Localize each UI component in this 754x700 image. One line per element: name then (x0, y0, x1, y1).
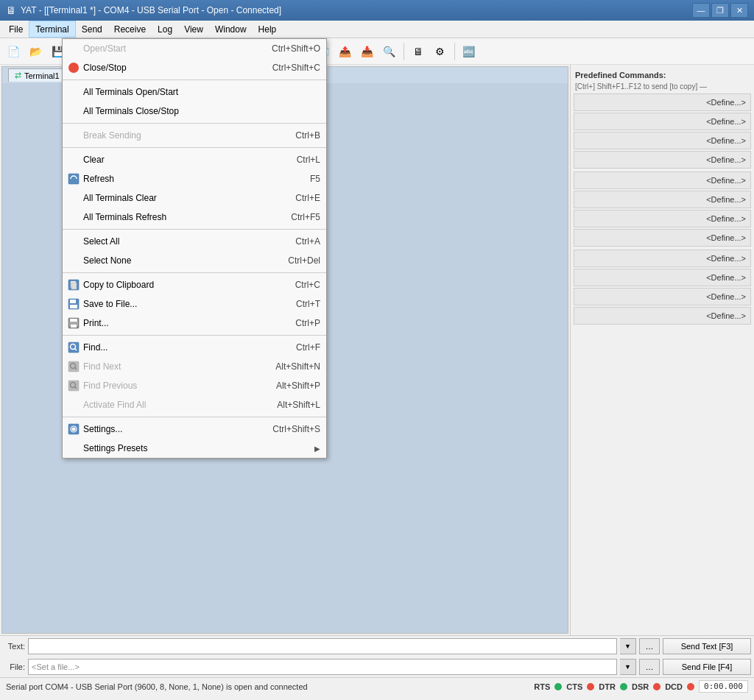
define-btn-3[interactable]: <Define...> (574, 132, 751, 149)
refresh-icon (67, 172, 80, 185)
restore-button[interactable]: ❐ (711, 3, 729, 18)
minimize-button[interactable]: — (692, 3, 710, 18)
text-input-row: Text: ▼ … Send Text [F3] (0, 636, 754, 657)
menu-sep3 (63, 147, 326, 148)
file-input-row: File: <Set a file...> ▼ … Send File [F4] (0, 657, 754, 677)
menu-all-open[interactable]: All Terminals Open/Start (63, 82, 326, 102)
file-input-field[interactable]: <Set a file...> (28, 659, 617, 675)
menu-send[interactable]: Send (76, 21, 108, 38)
tab-icon: ⇄ (15, 71, 21, 80)
text-label: Text: (3, 642, 25, 651)
define-btn-5[interactable]: <Define...> (574, 172, 751, 189)
status-bar: Serial port COM4 - USB Serial Port (9600… (0, 677, 754, 695)
menu-settings[interactable]: Settings... Ctrl+Shift+S (63, 420, 326, 439)
toolbar-btn14[interactable]: 🔍 (379, 41, 400, 62)
menu-help[interactable]: Help (253, 21, 283, 38)
define-group-1: <Define...> <Define...> <Define...> <Def… (574, 93, 751, 169)
define-btn-4[interactable]: <Define...> (574, 151, 751, 169)
predefined-subtitle: [Ctrl+] Shift+F1..F12 to send [to copy] … (574, 82, 751, 93)
toolbar-btn15[interactable]: 🖥 (408, 41, 429, 62)
toolbar-btn13[interactable]: 📥 (357, 41, 378, 62)
menu-activate-find-all[interactable]: Activate Find All Alt+Shift+L (63, 395, 326, 414)
svg-rect-8 (70, 319, 77, 322)
menu-view[interactable]: View (178, 21, 209, 38)
menu-find-next[interactable]: Find Next Alt+Shift+N (63, 357, 326, 376)
menu-sep7 (63, 417, 326, 417)
menu-terminal[interactable]: Terminal (29, 21, 75, 38)
toolbar-btn17[interactable]: 🔤 (459, 41, 479, 62)
define-btn-9[interactable]: <Define...> (574, 250, 751, 267)
dsr-label: DSR (632, 682, 649, 691)
define-btn-7[interactable]: <Define...> (574, 210, 751, 227)
toolbar-open-btn[interactable]: 📂 (25, 41, 46, 62)
menu-receive[interactable]: Receive (108, 21, 152, 38)
menu-break-sending[interactable]: Break Sending Ctrl+B (63, 126, 326, 145)
toolbar-btn16[interactable]: ⚙ (430, 41, 451, 62)
define-btn-8[interactable]: <Define...> (574, 229, 751, 247)
rts-led (554, 683, 562, 690)
find-next-icon (67, 360, 80, 373)
menu-print[interactable]: Print... Ctrl+P (63, 314, 326, 333)
menu-select-none[interactable]: Select None Ctrl+Del (63, 251, 326, 270)
menu-copy-clipboard[interactable]: Copy to Clipboard Ctrl+C (63, 275, 326, 294)
define-btn-12[interactable]: <Define...> (574, 307, 751, 325)
timer-display: 0:00.000 (699, 680, 748, 693)
menu-clear[interactable]: Clear Ctrl+L (63, 150, 326, 169)
menu-open-start[interactable]: Open/Start Ctrl+Shift+O (63, 39, 326, 58)
menu-select-all[interactable]: Select All Ctrl+A (63, 232, 326, 251)
find-icon (67, 341, 80, 354)
settings-icon (67, 423, 80, 436)
status-text: Serial port COM4 - USB Serial Port (9600… (6, 682, 308, 691)
title-bar: 🖥 YAT - [[Terminal1 *] - COM4 - USB Seri… (0, 0, 754, 21)
dcd-led (687, 683, 694, 690)
menu-all-refresh[interactable]: All Terminals Refresh Ctrl+F5 (63, 208, 326, 227)
copy-icon (67, 278, 80, 291)
rts-label: RTS (534, 682, 550, 691)
define-btn-2[interactable]: <Define...> (574, 113, 751, 130)
file-dropdown-btn[interactable]: ▼ (620, 659, 636, 675)
right-panel: Predefined Commands: [Ctrl+] Shift+F1..F… (570, 65, 754, 635)
menu-window[interactable]: Window (209, 21, 253, 38)
menu-all-clear[interactable]: All Terminals Clear Ctrl+E (63, 188, 326, 208)
toolbar-sep3 (404, 43, 404, 60)
menu-find[interactable]: Find... Ctrl+F (63, 338, 326, 357)
menu-file[interactable]: File (3, 21, 29, 38)
text-browse-btn[interactable]: … (639, 638, 660, 654)
send-text-button[interactable]: Send Text [F3] (663, 638, 751, 654)
menu-log[interactable]: Log (152, 21, 178, 38)
define-btn-11[interactable]: <Define...> (574, 288, 751, 305)
close-button[interactable]: ✕ (730, 3, 748, 18)
toolbar-sep4 (454, 43, 455, 60)
file-placeholder: <Set a file...> (32, 662, 80, 671)
close-stop-icon (67, 61, 80, 74)
define-btn-1[interactable]: <Define...> (574, 93, 751, 111)
save-file-icon (67, 297, 80, 311)
dcd-label: DCD (665, 682, 683, 691)
menu-close-stop[interactable]: Close/Stop Ctrl+Shift+C (63, 58, 326, 77)
dsr-led (653, 683, 660, 690)
define-btn-6[interactable]: <Define...> (574, 191, 751, 208)
menu-all-close[interactable]: All Terminals Close/Stop (63, 102, 326, 121)
file-browse-btn[interactable]: … (639, 659, 660, 675)
define-btn-10[interactable]: <Define...> (574, 269, 751, 286)
menu-refresh[interactable]: Refresh F5 (63, 169, 326, 188)
text-input-field[interactable] (28, 638, 617, 654)
title-bar-left: 🖥 YAT - [[Terminal1 *] - COM4 - USB Seri… (6, 4, 281, 16)
toolbar-new-btn[interactable]: 📄 (3, 41, 24, 62)
menu-sep1 (63, 79, 326, 80)
file-label: File: (3, 662, 25, 671)
menu-sep6 (63, 335, 326, 336)
menu-settings-presets[interactable]: Settings Presets ▶ (63, 439, 326, 458)
text-dropdown-btn[interactable]: ▼ (620, 638, 636, 654)
svg-rect-6 (70, 305, 77, 308)
svg-rect-3 (71, 283, 77, 289)
cts-label: CTS (566, 682, 582, 691)
toolbar-btn12[interactable]: 📤 (335, 41, 356, 62)
send-file-button[interactable]: Send File [F4] (663, 659, 751, 675)
menu-save-file[interactable]: Save to File... Ctrl+T (63, 294, 326, 314)
terminal-dropdown-menu: Open/Start Ctrl+Shift+O Close/Stop Ctrl+… (62, 38, 327, 459)
terminal-tab-item[interactable]: ⇄ Terminal1 (8, 68, 66, 82)
tab-label: Terminal1 (24, 71, 60, 80)
menu-sep5 (63, 272, 326, 273)
menu-find-previous[interactable]: Find Previous Alt+Shift+P (63, 376, 326, 395)
